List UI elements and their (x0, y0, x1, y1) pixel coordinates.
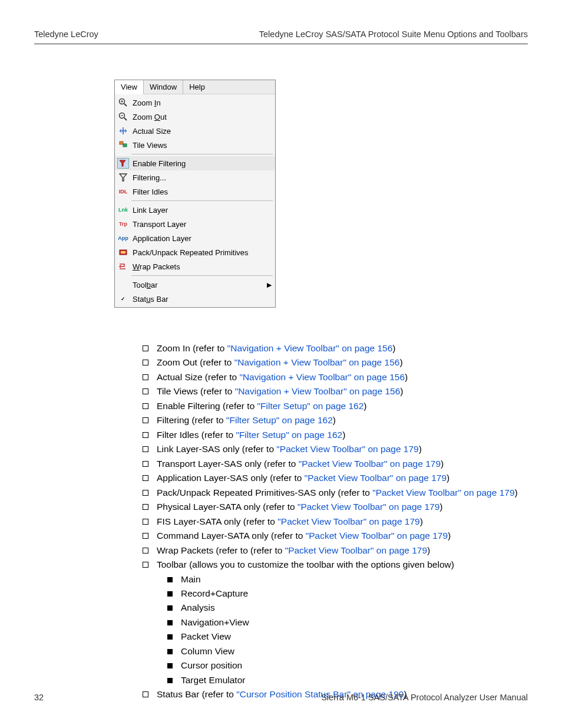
cross-ref-link[interactable]: "Packet View Toolbar" on page 179 (306, 531, 448, 541)
bullet-hollow-icon (143, 374, 148, 380)
sub-list-item: Main (167, 573, 528, 586)
filtering-item-label: Filtering... (133, 173, 272, 182)
item-pre-text: Enable Filtering (refer to (157, 401, 257, 411)
wrap-packets-item[interactable]: Wrap Packets (115, 259, 275, 274)
menu-separator (131, 154, 273, 154)
list-item: Zoom In (refer to "Navigation + View Too… (143, 342, 528, 355)
view-menu: View Window Help Zoom InZoom OutActual S… (114, 80, 276, 308)
item-pre-text: Toolbar (allows you to customize the too… (157, 559, 454, 569)
cross-ref-link[interactable]: "Navigation + View Toolbar" on page 156 (239, 372, 405, 382)
zoom-out-item[interactable]: Zoom Out (115, 110, 275, 124)
item-post-text: ) (399, 357, 402, 367)
item-post-text: ) (419, 444, 422, 454)
svg-rect-9 (120, 141, 123, 144)
menu-tab-help[interactable]: Help (183, 80, 211, 94)
list-item-text: Enable Filtering (refer to "Filter Setup… (157, 400, 528, 413)
cross-ref-link[interactable]: "Filter Setup" on page 162 (226, 415, 333, 425)
tile-views-item[interactable]: Tile Views (115, 138, 275, 152)
bullet-filled-icon (167, 678, 173, 683)
svg-rect-13 (121, 251, 125, 253)
application-layer-item[interactable]: AppApplication Layer (115, 231, 275, 245)
bullet-hollow-icon (143, 432, 148, 438)
cross-ref-link[interactable]: "Packet View Toolbar" on page 179 (276, 444, 418, 454)
svg-line-1 (124, 104, 127, 106)
filter-idles-item[interactable]: IDLFilter Idles (115, 185, 275, 199)
enable-filtering-icon (117, 158, 129, 169)
cross-ref-link[interactable]: "Filter Setup" on page 162 (257, 401, 364, 411)
lnk-icon: Lnk (117, 205, 129, 215)
actual-size-item-label: Actual Size (133, 127, 272, 136)
list-item-text: Filter Idles (refer to "Filter Setup" on… (157, 429, 528, 442)
toolbar-submenu-label: Toolbar (133, 281, 261, 289)
list-item-text: Pack/Unpack Repeated Primitives-SAS only… (157, 486, 528, 499)
cross-ref-link[interactable]: "Packet View Toolbar" on page 179 (372, 487, 514, 498)
cross-ref-link[interactable]: "Navigation + View Toolbar" on page 156 (235, 386, 401, 396)
zoom-in-item[interactable]: Zoom In (115, 95, 275, 110)
item-pre-text: Filtering (refer to (157, 415, 226, 425)
content-list: Zoom In (refer to "Navigation + View Too… (143, 342, 528, 703)
enable-filtering-item[interactable]: Enable Filtering (115, 156, 275, 170)
check-icon: ✓ (117, 294, 129, 304)
pack-icon (117, 247, 129, 258)
bullet-hollow-icon (143, 533, 148, 539)
menu-tab-view[interactable]: View (115, 80, 144, 94)
cross-ref-link[interactable]: "Navigation + View Toolbar" on page 156 (227, 343, 393, 353)
item-pre-text: Pack/Unpack Repeated Primitives-SAS only… (157, 487, 372, 498)
item-pre-text: Physical Layer-SATA only (refer to (157, 502, 297, 512)
item-pre-text: Actual Size (refer to (157, 372, 239, 382)
page-header: Teledyne LeCroy Teledyne LeCroy SAS/SATA… (0, 0, 562, 44)
toolbar-submenu[interactable]: Toolbar▶ (115, 278, 275, 292)
item-post-text: ) (441, 459, 444, 469)
bullet-hollow-icon (143, 490, 148, 496)
cross-ref-link[interactable]: "Packet View Toolbar" on page 179 (277, 516, 419, 526)
pack-unpack-item[interactable]: Pack/Unpack Repeated Primitives (115, 245, 275, 259)
cross-ref-link[interactable]: "Navigation + View Toolbar" on page 156 (234, 357, 400, 367)
item-post-text: ) (427, 545, 430, 555)
cross-ref-link[interactable]: "Packet View Toolbar" on page 179 (297, 502, 439, 512)
filtering-icon (117, 172, 129, 183)
transport-layer-item[interactable]: TrpTransport Layer (115, 217, 275, 231)
trp-icon: Trp (117, 219, 129, 229)
zoom-in-icon (117, 97, 129, 108)
item-pre-text: FIS Layer-SATA only (refer to (157, 516, 277, 526)
sub-list-item: Cursor position (167, 659, 528, 672)
cross-ref-link[interactable]: "Packet View Toolbar" on page 179 (305, 473, 447, 483)
item-post-text: ) (448, 531, 451, 541)
cross-ref-link[interactable]: "Filter Setup" on page 162 (236, 430, 342, 440)
footer-title: Sierra M6-1 SAS/SATA Protocol Analyzer U… (321, 693, 528, 702)
list-item-text: Wrap Packets (refer to (refer to "Packet… (157, 544, 528, 557)
bullet-filled-icon (167, 591, 173, 597)
list-item: Physical Layer-SATA only (refer to "Pack… (143, 500, 528, 513)
bullet-hollow-icon (143, 504, 148, 510)
item-post-text: ) (515, 487, 518, 498)
sub-item-text: Cursor position (181, 659, 242, 672)
bullet-hollow-icon (143, 360, 148, 365)
list-item-text: Physical Layer-SATA only (refer to "Pack… (157, 500, 528, 513)
filtering-item[interactable]: Filtering... (115, 170, 275, 185)
wrap-packets-item-label: Wrap Packets (133, 262, 272, 271)
sub-item-text: Analysis (181, 601, 215, 614)
item-post-text: ) (363, 401, 366, 411)
list-item-text: Toolbar (allows you to customize the too… (157, 558, 528, 571)
actual-size-item[interactable]: Actual Size (115, 124, 275, 138)
sub-item-text: Target Emulator (181, 674, 245, 687)
bullet-filled-icon (167, 605, 173, 611)
pack-unpack-item-label: Pack/Unpack Repeated Primitives (133, 248, 272, 257)
item-post-text: ) (392, 343, 395, 353)
cross-ref-link[interactable]: "Packet View Toolbar" on page 179 (299, 459, 441, 469)
filter-idles-icon: IDL (117, 186, 129, 197)
link-layer-item[interactable]: LnkLink Layer (115, 203, 275, 217)
sub-list: MainRecord+CaptureAnalysisNavigation+Vie… (167, 573, 528, 687)
status-bar-item[interactable]: ✓Status Bar (115, 292, 275, 306)
cross-ref-link[interactable]: "Packet View Toolbar" on page 179 (285, 545, 427, 555)
list-item: Actual Size (refer to "Navigation + View… (143, 371, 528, 384)
item-post-text: ) (405, 372, 408, 382)
item-post-text: ) (342, 430, 345, 440)
sub-list-item: Target Emulator (167, 674, 528, 687)
menu-tab-window[interactable]: Window (144, 80, 183, 94)
list-item-text: Tile Views (refer to "Navigation + View … (157, 385, 528, 398)
bullet-filled-icon (167, 634, 173, 640)
list-item: Filter Idles (refer to "Filter Setup" on… (143, 429, 528, 442)
menu-bar: View Window Help (115, 80, 275, 94)
list-item: Transport Layer-SAS only (refer to "Pack… (143, 457, 528, 470)
